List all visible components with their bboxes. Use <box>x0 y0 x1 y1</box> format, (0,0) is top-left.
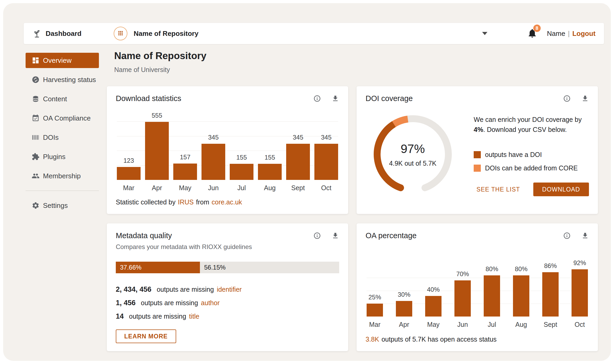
sidebar-item-content[interactable]: Content <box>26 91 99 107</box>
doi-gauge: 97% 4.9K out of 5.7K <box>369 111 456 198</box>
sidebar-item-dois[interactable]: DOIs <box>26 130 99 145</box>
sidebar-item-settings[interactable]: Settings <box>26 198 99 213</box>
user-menu: Name | Logout <box>547 30 596 38</box>
bar-apr: 30%Apr <box>396 265 412 317</box>
doi-blurb: We can enrich your DOI coverage by 4%. D… <box>474 114 589 135</box>
sidebar-divider <box>26 190 99 191</box>
bar-may: 40%May <box>425 265 442 317</box>
logout-link[interactable]: Logout <box>572 30 596 38</box>
blurb-text: We can enrich your DOI coverage by <box>474 116 582 123</box>
sidebar-item-label: Plugins <box>43 153 65 161</box>
blurb-bold: 4% <box>474 126 483 133</box>
bar-oct: 92%Oct <box>572 265 588 317</box>
brand[interactable]: Dashboard <box>32 29 81 38</box>
irus-link[interactable]: IRUS <box>178 198 194 206</box>
sidebar-item-label: Content <box>43 95 67 103</box>
sidebar-item-plugins[interactable]: Plugins <box>26 149 99 164</box>
info-icon[interactable] <box>313 232 321 240</box>
metadata-progress-fill: 37.66% <box>116 262 200 273</box>
missing-text: outputs are missing <box>157 286 214 293</box>
download-icon[interactable] <box>332 95 339 102</box>
people-icon <box>32 172 40 180</box>
info-icon[interactable] <box>313 95 321 102</box>
topbar: Dashboard Name of Repository 8 Name | Lo <box>24 23 604 44</box>
sidebar-item-overview[interactable]: Overview <box>26 53 99 68</box>
learn-more-button[interactable]: LEARN MORE <box>116 329 176 343</box>
legend-label: DOIs can be added from CORE <box>485 164 578 172</box>
see-the-list-button[interactable]: SEE THE LIST <box>475 186 522 193</box>
core-link[interactable]: core.ac.uk <box>212 198 242 206</box>
sidebar-item-membership[interactable]: Membership <box>26 168 99 184</box>
card-title: DOI coverage <box>366 94 413 103</box>
chevron-down-icon[interactable] <box>482 32 487 35</box>
missing-text: outputs are missing <box>141 299 198 307</box>
page-title: Name of Repository <box>114 50 598 62</box>
bar-jul: 80%Jul <box>484 265 500 317</box>
doi-actions: SEE THE LIST DOWNLOAD <box>474 183 589 196</box>
notification-badge: 8 <box>533 25 541 32</box>
cards-grid: Download statistics 123Mar555Apr157May34… <box>107 86 598 351</box>
download-button[interactable]: DOWNLOAD <box>533 183 589 196</box>
sidebar-item-label: Settings <box>43 202 68 210</box>
doi-coverage-card: DOI coverage <box>357 86 598 214</box>
sidebar-item-label: Overview <box>43 56 71 65</box>
downloads-footer: Statistic collected by IRUS from core.ac… <box>116 198 339 206</box>
card-title: Metadata quality <box>116 231 172 240</box>
download-icon[interactable] <box>332 232 339 240</box>
bar-aug: 80%Aug <box>513 265 529 317</box>
gear-icon <box>32 202 40 209</box>
bar-may: 157May <box>173 121 197 180</box>
oa-bar-chart: 25%Mar30%Apr40%May70%Jun80%Jul80%Aug86%S… <box>367 265 588 317</box>
info-icon[interactable] <box>563 95 571 102</box>
download-icon[interactable] <box>581 232 589 240</box>
doi-fraction: 4.9K out of 5.7K <box>389 160 436 167</box>
oa-percentage-card: OA percentage 25%Mar30%Apr40%May70%Jun80… <box>357 223 598 351</box>
brand-label: Dashboard <box>46 30 81 38</box>
app-background: Dashboard Name of Repository 8 Name | Lo <box>3 3 611 361</box>
sidebar-item-label: Membership <box>43 172 81 180</box>
missing-title-row: 14 outputs are missing title <box>116 312 339 320</box>
dashboard-icon <box>32 56 40 64</box>
metadata-quality-card: Metadata quality Compares your metadata … <box>107 223 348 351</box>
page-subtitle: Name of University <box>114 66 598 74</box>
bar-jun: 70%Jun <box>454 265 471 317</box>
sidebar-item-label: Harvesting status <box>43 76 96 84</box>
metadata-progress-rest-label: 56.15% <box>200 264 226 271</box>
bar-apr: 555Apr <box>145 121 169 180</box>
missing-identifier-row: 2, 434, 456 outputs are missing identifi… <box>116 285 339 294</box>
puzzle-icon <box>32 153 40 161</box>
calendar-check-icon <box>32 114 40 122</box>
bar-mar: 25%Mar <box>367 265 383 317</box>
footer-text: outputs of 5.7K has open access status <box>381 336 496 343</box>
info-icon[interactable] <box>563 232 571 240</box>
main-content: Name of Repository Name of University Do… <box>107 49 598 351</box>
repository-selector-label: Name of Repository <box>134 30 199 38</box>
bar-sept: 345Sept <box>286 121 310 180</box>
blurb-text: . Download your CSV below. <box>483 126 567 133</box>
legend-item-added-from-core: DOIs can be added from CORE <box>474 164 589 172</box>
doi-legend: outputs have a DOI DOIs can be added fro… <box>474 151 589 172</box>
sidebar-item-oa-compliance[interactable]: OA Compliance <box>26 111 99 126</box>
missing-count: 1, 456 <box>116 299 136 307</box>
database-icon <box>32 95 40 103</box>
legend-item-have-doi: outputs have a DOI <box>474 151 589 159</box>
notifications-button[interactable]: 8 <box>527 28 538 39</box>
bar-jul: 155Jul <box>230 121 253 180</box>
sidebar-item-harvesting-status[interactable]: Harvesting status <box>26 72 99 87</box>
sidebar-item-label: OA Compliance <box>43 114 91 122</box>
sidebar: Overview Harvesting status Content OA <box>26 53 99 217</box>
card-title: Download statistics <box>116 94 181 103</box>
user-name: Name <box>547 30 565 38</box>
card-title: OA percentage <box>366 231 416 240</box>
repository-selector[interactable]: Name of Repository <box>114 27 527 40</box>
bar-mar: 123Mar <box>117 121 141 180</box>
metadata-subtitle: Compares your metadata with RIOXX guidel… <box>116 243 339 251</box>
missing-field-link[interactable]: title <box>189 313 199 320</box>
bar-sept: 86%Sept <box>542 265 559 317</box>
download-icon[interactable] <box>581 95 589 102</box>
bar-oct: 345Oct <box>314 121 338 180</box>
barcode-icon <box>32 133 40 141</box>
missing-field-link[interactable]: identifier <box>217 286 242 293</box>
bar-jun: 345Jun <box>202 121 225 180</box>
missing-field-link[interactable]: author <box>201 299 220 307</box>
